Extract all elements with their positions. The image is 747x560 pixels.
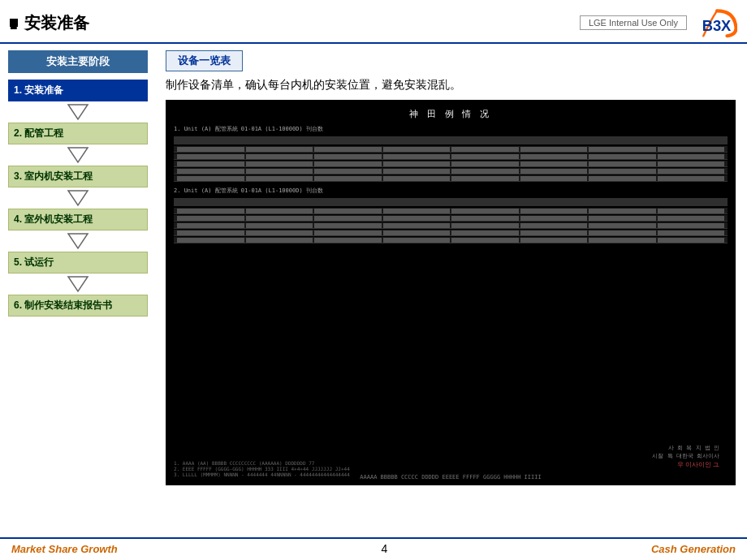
image-footer-text: AAAAA BBBBB CCCCC DDDDD EEEEE FFFFF GGGG… [360,474,541,480]
tab-bar: 设备一览表 [166,50,736,71]
title-area: ■ 安装准备 [10,12,89,34]
sim-cell [520,162,588,166]
stage-3[interactable]: 3. 室内机安装工程 [8,166,148,187]
sim-cell [383,209,451,213]
sim-cell [383,223,451,228]
stage-4-label[interactable]: 4. 室外机安装工程 [8,209,148,230]
sim-cell [383,169,451,174]
sim-cell [589,147,656,152]
sim-cell [589,169,656,174]
sim-section-2-title: 2. Unit (A) 配管系統 01-01A (L1-10000D) 刊台数 [174,187,728,195]
stage-4[interactable]: 4. 室外机安装工程 [8,209,148,230]
svg-marker-1 [68,105,88,119]
sim-cell [451,162,519,166]
sim-cell [177,216,244,221]
sim-cell [589,216,656,221]
sim-cell [383,162,451,166]
sim-cell [246,176,313,181]
sim-row-9 [174,230,728,236]
sim-cell [177,209,244,213]
sim-row-8 [174,222,728,229]
stage-5[interactable]: 5. 试运行 [8,252,148,274]
stage-3-label[interactable]: 3. 室内机安装工程 [8,166,148,187]
sim-cell [383,216,451,221]
sim-cell [658,154,725,159]
sim-cell [658,147,725,152]
title-icon: ■ [10,19,18,27]
svg-text:B3X: B3X [702,17,732,34]
sim-cell [246,216,313,221]
footer-page-number: 4 [381,542,387,555]
sim-cell [589,154,656,159]
sim-row-5 [174,175,728,182]
sim-cell [589,162,656,166]
sim-cell [520,176,588,181]
sim-section-1 [174,136,728,182]
stage-5-label[interactable]: 5. 试运行 [8,252,148,274]
sim-cell [314,162,382,166]
sim-cell [520,223,588,228]
stage-2[interactable]: 2. 配管工程 [8,123,148,144]
stage-1[interactable]: 1. 安装准备 [8,80,148,101]
sim-cell [246,230,313,235]
sim-cell [520,230,588,235]
sim-cell [589,209,656,213]
sim-cell [314,230,382,235]
stage-6-label[interactable]: 6. 制作安装结束报告书 [8,295,148,317]
sim-cell [520,216,588,221]
arrow-2 [8,146,148,164]
sim-cell [177,223,244,228]
logo-svg: B3X [697,6,737,39]
sim-cell [658,216,725,221]
sim-cell [520,147,588,152]
sim-stamp: 사 회 복 지 법 인 시찰 특 대한국 회사이사 우 이사이인 ユ [652,444,719,469]
arrow-1 [8,103,148,121]
sim-cell [589,223,656,228]
arrow-4 [8,232,148,250]
sim-cell [383,238,451,243]
sim-cell [314,216,382,221]
stage-6[interactable]: 6. 制作安装结束报告书 [8,295,148,317]
sim-cell [246,209,313,213]
footer-left: Market Share Growth [11,543,118,555]
equipment-image: 神 田 例 情 况 1. Unit (A) 配管系統 01-01A (L1-10… [166,100,736,485]
stage-2-label[interactable]: 2. 配管工程 [8,123,148,144]
sim-cell [658,176,725,181]
sim-cell [246,238,313,243]
svg-marker-4 [68,234,88,248]
sim-cell [314,223,382,228]
footer-right: Cash Generation [651,543,736,555]
sidebar: 安装主要阶段 1. 安装准备 2. 配管工程 3. 室内机安装工程 4. 室外机… [0,44,154,537]
sim-cell [246,162,313,166]
equipment-tab[interactable]: 设备一览表 [166,50,243,71]
sim-cell [177,169,244,174]
image-title: 神 田 例 情 况 [166,108,736,120]
logo: B3X [697,6,737,39]
sim-cell [177,230,244,235]
sim-cell [451,176,519,181]
sim-cell [314,147,382,152]
sim-header-1 [174,136,728,144]
sim-cell [177,162,244,166]
note-line-1: 1. AAAA (AA) BBBBB CCCCCCCCC (AAAAAA) DD… [174,460,350,466]
sim-cell [314,238,382,243]
sim-section-1-title: 1. Unit (A) 配管系統 01-01A (L1-10000D) 刊台数 [174,125,728,133]
sim-section-2 [174,198,728,243]
svg-marker-5 [68,277,88,291]
sim-cell [589,230,656,235]
header-right: LGE Internal Use Only B3X [580,6,737,39]
stage-1-label[interactable]: 1. 安装准备 [8,80,148,101]
sim-row-2 [174,153,728,160]
sim-row-1 [174,146,728,153]
sim-cell [451,216,519,221]
sim-cell [451,154,519,159]
sim-cell [658,238,725,243]
sim-cell [451,238,519,243]
sim-cell [658,223,725,228]
lge-badge: LGE Internal Use Only [580,15,687,30]
sim-row-3 [174,161,728,167]
stamp-line-2: 시찰 특 대한국 회사이사 [652,452,719,460]
sim-cell [383,176,451,181]
header: ■ 安装准备 LGE Internal Use Only B3X [0,0,747,44]
sim-cell [589,176,656,181]
